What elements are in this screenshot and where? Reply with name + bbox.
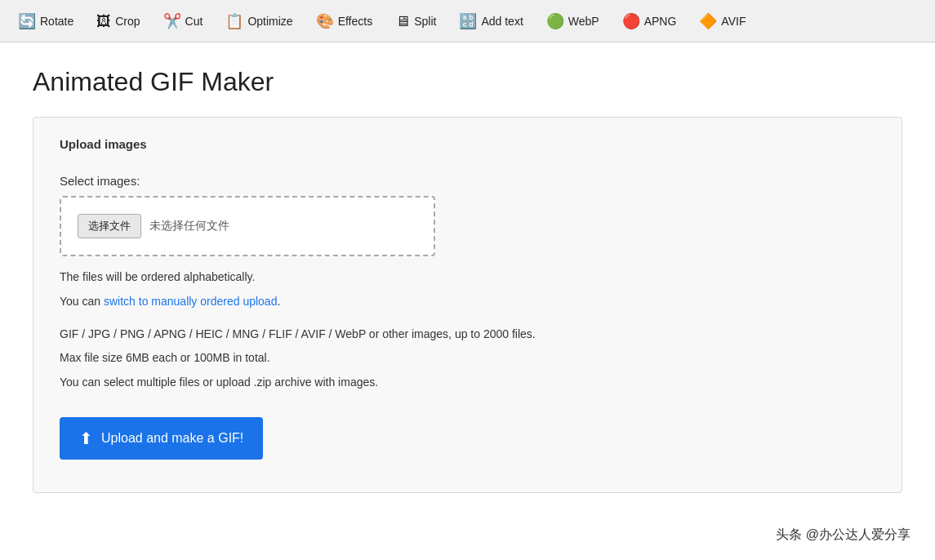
info-alphabetical: The files will be ordered alphabetically…: [60, 268, 875, 287]
upload-btn-label: Upload and make a GIF!: [101, 431, 243, 446]
section-title: Upload images: [60, 137, 875, 158]
nav-label-rotate: Rotate: [40, 15, 73, 28]
nav-item-addtext[interactable]: 🔡 Add text: [447, 0, 534, 42]
split-icon: 🖥: [395, 14, 410, 29]
nav-label-addtext: Add text: [481, 15, 523, 28]
rotate-icon: 🔄: [18, 14, 36, 29]
effects-icon: 🎨: [316, 14, 334, 29]
nav-label-cut: Cut: [185, 15, 203, 28]
upload-section: Upload images Select images: 选择文件 未选择任何文…: [33, 117, 902, 493]
select-label: Select images:: [60, 174, 875, 188]
nav-label-avif: AVIF: [721, 15, 746, 28]
nav-label-apng: APNG: [644, 15, 677, 28]
nav-item-avif[interactable]: 🔶 AVIF: [688, 0, 757, 42]
switch-to-manual-link[interactable]: switch to manually ordered upload: [104, 295, 277, 308]
info-manual-order: You can switch to manually ordered uploa…: [60, 292, 875, 312]
avif-icon: 🔶: [699, 14, 717, 29]
nav-label-crop: Crop: [115, 15, 140, 28]
nav-item-apng[interactable]: 🔴 APNG: [611, 0, 688, 42]
no-file-selected-text: 未选择任何文件: [149, 219, 229, 233]
page-title: Animated GIF Maker: [33, 67, 902, 97]
file-input-area[interactable]: 选择文件 未选择任何文件: [60, 196, 435, 256]
upload-make-gif-button[interactable]: ⬆ Upload and make a GIF!: [60, 417, 263, 460]
cut-icon: ✂️: [163, 14, 181, 29]
nav-item-cut[interactable]: ✂️ Cut: [152, 0, 215, 42]
top-navigation: 🔄 Rotate 🖼 Crop ✂️ Cut 📋 Optimize 🎨 Effe…: [0, 0, 935, 42]
info-multiple-files: You can select multiple files or upload …: [60, 373, 875, 393]
nav-label-optimize: Optimize: [247, 15, 292, 28]
nav-item-rotate[interactable]: 🔄 Rotate: [7, 0, 85, 42]
optimize-icon: 📋: [225, 14, 243, 29]
nav-item-effects[interactable]: 🎨 Effects: [305, 0, 385, 42]
info-formats: GIF / JPG / PNG / APNG / HEIC / MNG / FL…: [60, 325, 875, 344]
apng-icon: 🔴: [622, 14, 640, 29]
main-content: Animated GIF Maker Upload images Select …: [0, 42, 935, 518]
nav-label-effects: Effects: [338, 15, 373, 28]
nav-item-crop[interactable]: 🖼 Crop: [85, 0, 151, 42]
nav-item-optimize[interactable]: 📋 Optimize: [214, 0, 304, 42]
webp-icon: 🟢: [546, 14, 564, 29]
nav-item-webp[interactable]: 🟢 WebP: [535, 0, 611, 42]
choose-file-button[interactable]: 选择文件: [78, 214, 141, 238]
addtext-icon: 🔡: [459, 14, 477, 29]
watermark: 头条 @办公达人爱分享: [776, 527, 911, 544]
nav-label-webp: WebP: [568, 15, 599, 28]
crop-icon: 🖼: [96, 14, 111, 29]
nav-label-split: Split: [414, 15, 436, 28]
info-filesize: Max file size 6MB each or 100MB in total…: [60, 349, 875, 368]
nav-item-split[interactable]: 🖥 Split: [384, 0, 447, 42]
upload-icon: ⬆: [79, 429, 93, 448]
